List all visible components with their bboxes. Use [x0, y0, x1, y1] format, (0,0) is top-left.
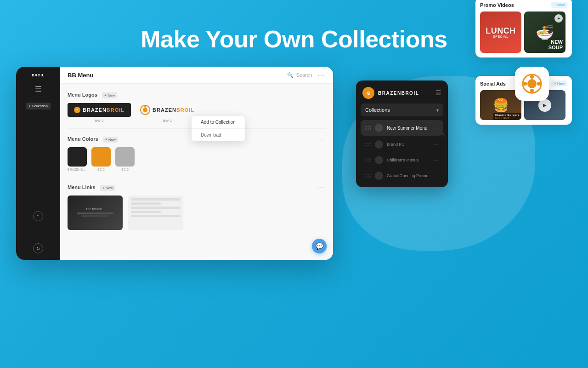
add-to-collection-button[interactable]: Add to Collection	[192, 116, 245, 129]
color-swatch-gray[interactable]	[115, 147, 135, 167]
social-ads-badge[interactable]: + New	[551, 80, 567, 86]
color-swatch-item-1: BRAZENBROI...	[68, 147, 87, 171]
link-line-4	[131, 211, 161, 213]
lunch-text: LUNCH	[486, 27, 516, 35]
logo-icon-svg-2	[140, 105, 150, 115]
topbar-more-icon[interactable]: ···	[317, 71, 326, 79]
ramen-play-button[interactable]: ▶	[554, 14, 563, 23]
color-label-1: BRAZENBROI...	[68, 168, 87, 171]
active-item-more-icon[interactable]: ···	[434, 126, 439, 131]
color-swatch-orange[interactable]	[91, 147, 111, 167]
collection-item-icon-1	[375, 124, 383, 132]
link-line-1	[131, 198, 181, 201]
promo-videos-badge[interactable]: + New	[551, 2, 567, 8]
collection-item-childrens[interactable]: Children's Menus ···	[361, 153, 443, 167]
collection-item-icon-4	[375, 172, 383, 180]
download-button[interactable]: Download	[192, 129, 245, 141]
sidebar-brand: BROIL	[32, 73, 44, 77]
app-main-panel: BB Menu 🔍 Search ··· Menu Logos + New	[60, 67, 333, 260]
color-swatch-item-2: BC 2	[91, 147, 111, 171]
logo-text-1: BRAZENBROIL	[83, 107, 124, 113]
sidebar-chevron-up-icon: ⌃	[33, 211, 43, 221]
collections-menu-icon[interactable]: ☰	[435, 89, 441, 97]
svg-point-7	[523, 82, 527, 86]
links-new-badge[interactable]: + New	[100, 185, 115, 191]
brand-icon: ⊙	[362, 87, 374, 99]
colors-section-title: Menu Colors + New	[68, 134, 118, 143]
app-icon-svg	[522, 74, 542, 94]
promo-thumbnails: LUNCH SPECIAL 🍜 ▶ NEWSOUP	[480, 12, 567, 53]
promo-thumb-lunch[interactable]: LUNCH SPECIAL	[480, 12, 521, 53]
collection-active-item[interactable]: New Summer Menu ··· ↖	[361, 120, 443, 136]
grand-opening-label: Grand Opening Promo	[387, 173, 429, 178]
open-now-text: OPEN NOW	[495, 116, 520, 119]
link-thumb-1[interactable]: The brazen...	[68, 196, 123, 230]
promo-thumb-ramen[interactable]: 🍜 ▶ NEWSOUP	[524, 12, 565, 53]
sidebar-bottom: ⌃ ↻	[33, 211, 43, 253]
active-collection-name: New Summer Menu	[387, 126, 430, 131]
grand-opening-more-icon[interactable]: ···	[434, 173, 439, 178]
chevron-down-icon: ▾	[436, 108, 439, 113]
drag-handle-icon-3	[365, 158, 371, 162]
floating-app-icon	[515, 67, 549, 101]
link-line-5	[131, 215, 181, 217]
logos-more-icon[interactable]: ···	[318, 91, 326, 98]
app-sidebar: BROIL ☰ + Collection ⌃ ↻	[16, 67, 60, 260]
logo-item-2-wrapper: BRAZENBROIL BW 2 Add to Collection Downl…	[136, 103, 198, 123]
childrens-more-icon[interactable]: ···	[434, 158, 439, 163]
search-area[interactable]: 🔍 Search	[287, 72, 312, 78]
brand-kit-label: Brand Kit	[387, 142, 404, 147]
collection-item-brand-kit[interactable]: Brand Kit ···	[361, 138, 443, 151]
chat-bubble-button[interactable]: 💬	[312, 239, 327, 253]
logos-section-header: Menu Logos + New ···	[68, 90, 326, 98]
collections-dropdown[interactable]: Collections ▾	[361, 104, 443, 116]
color-swatch-dark[interactable]	[68, 147, 87, 167]
colors-more-icon[interactable]: ···	[318, 135, 326, 142]
social-ads-title: Social Ads	[480, 81, 506, 86]
search-label: Search	[296, 72, 312, 78]
add-collection-popup: Add to Collection Download	[192, 116, 245, 141]
logos-section-title: Menu Logos + New	[68, 90, 117, 98]
links-more-icon[interactable]: ···	[318, 184, 326, 190]
logos-row: ⊙ BRAZENBROIL BW 2	[68, 103, 326, 123]
link-line-2	[131, 202, 161, 205]
classic-burgers-overlay: Classic Burgers OPEN NOW	[493, 113, 521, 120]
promo-videos-title: Promo Videos	[480, 2, 514, 8]
logos-new-badge[interactable]: + New	[102, 92, 117, 98]
childrens-menus-label: Children's Menus	[387, 158, 418, 162]
collections-panel: ⊙ BRAZENBROIL ☰ Collections ▾ New Summer…	[356, 80, 448, 187]
collections-dropdown-label: Collections	[365, 107, 390, 113]
logo-item-2[interactable]: BRAZENBROIL	[136, 103, 198, 117]
app-topbar: BB Menu 🔍 Search ···	[60, 67, 333, 84]
color-swatch-item-3: BC 6	[115, 147, 135, 171]
colors-new-badge[interactable]: + New	[103, 137, 118, 143]
link-line-3	[131, 207, 181, 209]
search-icon: 🔍	[287, 72, 294, 78]
drag-handle-icon	[365, 126, 371, 130]
svg-point-2	[144, 106, 146, 108]
promo-videos-header: Promo Videos + New	[480, 2, 567, 8]
logo-label-1: BW 2	[68, 119, 131, 123]
link-thumb-2[interactable]	[128, 196, 183, 230]
content-area: BROIL ☰ + Collection ⌃ ↻ BB Menu 🔍 Searc…	[0, 67, 588, 260]
lunch-sub-text: SPECIAL	[493, 35, 509, 38]
drag-handle-icon-2	[365, 143, 371, 146]
desktop-mockup: BROIL ☰ + Collection ⌃ ↻ BB Menu 🔍 Searc…	[16, 67, 333, 260]
sidebar-menu-icon: ☰	[35, 85, 41, 93]
links-section-title: Menu Links + New	[68, 183, 115, 191]
svg-point-4	[527, 79, 537, 88]
brand-name: BRAZENBROIL	[378, 91, 419, 96]
logo-text-2: BRAZENBROIL	[153, 107, 194, 113]
collections-panel-header: ⊙ BRAZENBROIL ☰	[356, 80, 448, 104]
collection-item-grand-opening[interactable]: Grand Opening Promo ···	[361, 169, 443, 185]
brand-kit-more-icon[interactable]: ···	[434, 142, 439, 147]
sidebar-add-collection-button[interactable]: + Collection	[26, 103, 51, 109]
svg-point-5	[530, 75, 534, 79]
color-label-3: BC 6	[115, 168, 135, 171]
colors-row: BRAZENBROI... BC 2 BC 6	[68, 147, 326, 171]
sidebar-refresh-icon: ↻	[33, 243, 43, 253]
topbar-right: 🔍 Search ···	[287, 71, 326, 79]
svg-point-8	[537, 82, 541, 86]
cursor-icon: ↖	[441, 131, 447, 139]
ramen-emoji: 🍜	[536, 23, 554, 41]
